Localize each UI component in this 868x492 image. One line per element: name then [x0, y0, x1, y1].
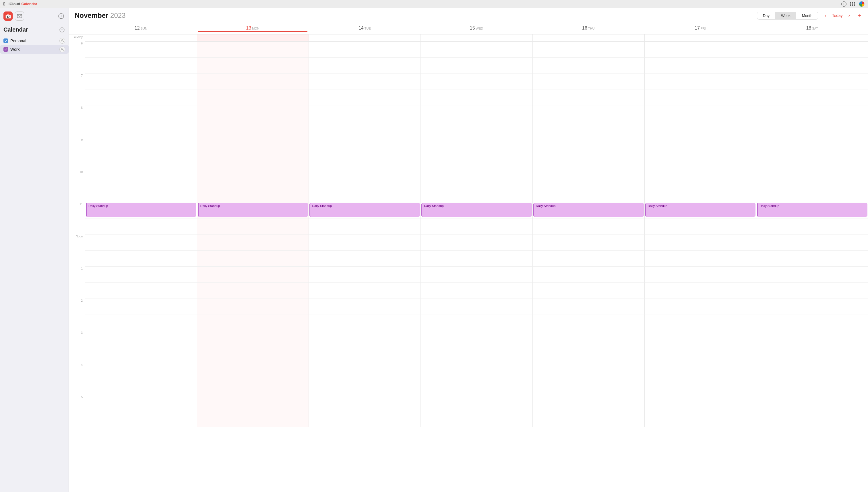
time-cell-12-5[interactable]	[644, 234, 757, 250]
time-cell-3-2[interactable]	[308, 90, 421, 106]
today-button[interactable]: Today	[829, 12, 845, 19]
add-calendar-button[interactable]	[59, 27, 65, 33]
day-header-mon[interactable]: 13Mon	[197, 23, 309, 34]
time-cell-7-6[interactable]	[756, 154, 868, 170]
time-cell-22-4[interactable]	[532, 395, 644, 411]
time-cell-7-4[interactable]	[532, 154, 644, 170]
time-cell-19-2[interactable]	[308, 347, 421, 363]
personal-checkbox[interactable]	[3, 39, 8, 43]
time-cell-11-4[interactable]	[532, 218, 644, 234]
time-cell-9-0[interactable]	[85, 186, 197, 202]
time-grid[interactable]: 67891011Daily StandupDaily StandupDaily …	[69, 41, 868, 492]
time-cell-4-1[interactable]	[197, 106, 309, 122]
time-cell-15-0[interactable]	[85, 282, 197, 298]
next-button[interactable]: ›	[847, 12, 852, 19]
day-header-wed[interactable]: 15Wed	[421, 23, 532, 34]
time-cell-22-3[interactable]	[421, 395, 532, 411]
time-cell-5-5[interactable]	[644, 122, 757, 138]
time-cell-10-2[interactable]: Daily Standup	[308, 202, 421, 218]
time-cell-9-2[interactable]	[308, 186, 421, 202]
time-cell-14-2[interactable]	[308, 266, 421, 282]
time-cell-5-6[interactable]	[756, 122, 868, 138]
time-cell-6-3[interactable]	[421, 138, 532, 154]
time-cell-10-6[interactable]: Daily Standup	[756, 202, 868, 218]
time-cell-16-2[interactable]	[308, 298, 421, 315]
time-cell-7-1[interactable]	[197, 154, 309, 170]
time-cell-13-4[interactable]	[532, 250, 644, 266]
time-cell-23-0[interactable]	[85, 411, 197, 427]
time-cell-1-0[interactable]	[85, 57, 197, 73]
time-cell-8-1[interactable]	[197, 170, 309, 186]
time-cell-14-1[interactable]	[197, 266, 309, 282]
time-cell-0-3[interactable]	[421, 41, 532, 57]
time-cell-12-3[interactable]	[421, 234, 532, 250]
time-cell-20-3[interactable]	[421, 363, 532, 379]
time-cell-10-4[interactable]: Daily Standup	[532, 202, 644, 218]
view-week-button[interactable]: Week	[775, 12, 796, 19]
mail-icon[interactable]	[15, 11, 24, 21]
time-cell-6-5[interactable]	[644, 138, 757, 154]
time-cell-17-1[interactable]	[197, 315, 309, 331]
time-cell-2-3[interactable]	[421, 73, 532, 90]
time-cell-1-5[interactable]	[644, 57, 757, 73]
time-cell-3-4[interactable]	[532, 90, 644, 106]
time-cell-7-2[interactable]	[308, 154, 421, 170]
time-cell-15-6[interactable]	[756, 282, 868, 298]
time-cell-20-2[interactable]	[308, 363, 421, 379]
time-cell-0-4[interactable]	[532, 41, 644, 57]
time-cell-22-2[interactable]	[308, 395, 421, 411]
time-cell-12-6[interactable]	[756, 234, 868, 250]
time-cell-19-0[interactable]	[85, 347, 197, 363]
time-cell-2-4[interactable]	[532, 73, 644, 90]
time-cell-23-5[interactable]	[644, 411, 757, 427]
time-cell-1-3[interactable]	[421, 57, 532, 73]
time-cell-20-5[interactable]	[644, 363, 757, 379]
time-cell-2-1[interactable]	[197, 73, 309, 90]
time-cell-6-0[interactable]	[85, 138, 197, 154]
time-cell-4-5[interactable]	[644, 106, 757, 122]
time-cell-3-6[interactable]	[756, 90, 868, 106]
time-cell-8-4[interactable]	[532, 170, 644, 186]
time-cell-2-5[interactable]	[644, 73, 757, 90]
time-cell-5-2[interactable]	[308, 122, 421, 138]
time-cell-13-3[interactable]	[421, 250, 532, 266]
time-cell-17-2[interactable]	[308, 315, 421, 331]
compose-icon[interactable]	[57, 12, 65, 20]
day-header-tue[interactable]: 14Tue	[308, 23, 421, 34]
sidebar-item-personal[interactable]: Personal	[0, 36, 69, 45]
time-cell-9-4[interactable]	[532, 186, 644, 202]
time-cell-6-4[interactable]	[532, 138, 644, 154]
time-cell-10-1[interactable]: Daily Standup	[197, 202, 309, 218]
time-cell-8-2[interactable]	[308, 170, 421, 186]
time-cell-0-6[interactable]	[756, 41, 868, 57]
time-cell-2-6[interactable]	[756, 73, 868, 90]
event-daily-standup[interactable]: Daily Standup	[198, 203, 308, 217]
time-cell-6-6[interactable]	[756, 138, 868, 154]
time-cell-11-3[interactable]	[421, 218, 532, 234]
time-cell-22-6[interactable]	[756, 395, 868, 411]
time-cell-10-3[interactable]: Daily Standup	[421, 202, 532, 218]
time-cell-18-5[interactable]	[644, 331, 757, 347]
time-cell-23-4[interactable]	[532, 411, 644, 427]
time-cell-15-3[interactable]	[421, 282, 532, 298]
time-cell-9-5[interactable]	[644, 186, 757, 202]
time-cell-18-1[interactable]	[197, 331, 309, 347]
day-header-sat[interactable]: 18Sat	[756, 23, 868, 34]
time-cell-4-3[interactable]	[421, 106, 532, 122]
time-cell-11-6[interactable]	[756, 218, 868, 234]
time-cell-18-0[interactable]	[85, 331, 197, 347]
time-cell-4-4[interactable]	[532, 106, 644, 122]
time-cell-20-1[interactable]	[197, 363, 309, 379]
time-cell-15-5[interactable]	[644, 282, 757, 298]
sidebar-item-work[interactable]: Work	[0, 45, 69, 54]
time-cell-19-1[interactable]	[197, 347, 309, 363]
add-circle-icon[interactable]: +	[841, 1, 846, 7]
time-cell-3-1[interactable]	[197, 90, 309, 106]
time-cell-11-2[interactable]	[308, 218, 421, 234]
time-cell-1-1[interactable]	[197, 57, 309, 73]
time-cell-17-3[interactable]	[421, 315, 532, 331]
view-month-button[interactable]: Month	[796, 12, 818, 19]
time-cell-17-6[interactable]	[756, 315, 868, 331]
day-header-fri[interactable]: 17Fri	[644, 23, 757, 34]
time-cell-13-2[interactable]	[308, 250, 421, 266]
